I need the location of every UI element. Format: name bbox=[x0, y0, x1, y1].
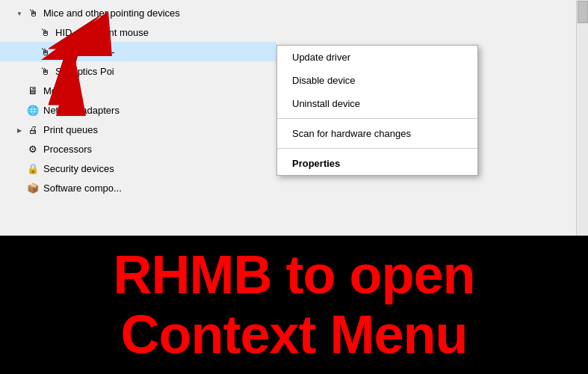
printer-icon: 🖨 bbox=[25, 123, 40, 136]
processors-label: Processors bbox=[43, 144, 92, 155]
context-menu-update-driver[interactable]: Update driver bbox=[277, 46, 477, 69]
context-menu-properties[interactable]: Properties bbox=[277, 152, 477, 175]
context-menu: Update driver Disable device Uninstall d… bbox=[276, 45, 478, 176]
red-arrow bbox=[4, 7, 116, 120]
bottom-text-area: RHMB to open Context Menu bbox=[0, 236, 588, 374]
expand-icon-processors bbox=[13, 143, 25, 155]
instruction-line2: Context Menu bbox=[114, 305, 475, 364]
expand-icon-print bbox=[13, 123, 25, 135]
expand-icon-software bbox=[13, 182, 25, 194]
software-icon: 📦 bbox=[25, 181, 40, 194]
software-label: Software compo... bbox=[43, 183, 122, 194]
tree-item-print[interactable]: 🖨 Print queues bbox=[0, 120, 276, 139]
context-menu-separator-2 bbox=[277, 148, 477, 149]
tree-item-software[interactable]: 📦 Software compo... bbox=[0, 178, 276, 197]
context-menu-scan-hardware[interactable]: Scan for hardware changes bbox=[277, 122, 477, 145]
device-manager-panel: 🖱 Mice and other pointing devices 🖱 HID-… bbox=[0, 0, 588, 247]
security-icon: 🔒 bbox=[25, 162, 40, 175]
context-menu-disable-device[interactable]: Disable device bbox=[277, 69, 477, 92]
context-menu-separator-1 bbox=[277, 118, 477, 119]
scrollbar-thumb[interactable] bbox=[578, 1, 588, 23]
instruction-line1: RHMB to open bbox=[114, 245, 475, 304]
expand-icon-security bbox=[13, 162, 25, 174]
print-label: Print queues bbox=[43, 124, 98, 135]
processor-icon: ⚙ bbox=[25, 142, 40, 156]
tree-item-security[interactable]: 🔒 Security devices bbox=[0, 159, 276, 178]
security-label: Security devices bbox=[43, 163, 114, 174]
scrollbar[interactable] bbox=[576, 0, 588, 247]
context-menu-uninstall-device[interactable]: Uninstall device bbox=[277, 92, 477, 115]
tree-item-processors[interactable]: ⚙ Processors bbox=[0, 139, 276, 159]
instruction-text: RHMB to open Context Menu bbox=[114, 245, 475, 364]
